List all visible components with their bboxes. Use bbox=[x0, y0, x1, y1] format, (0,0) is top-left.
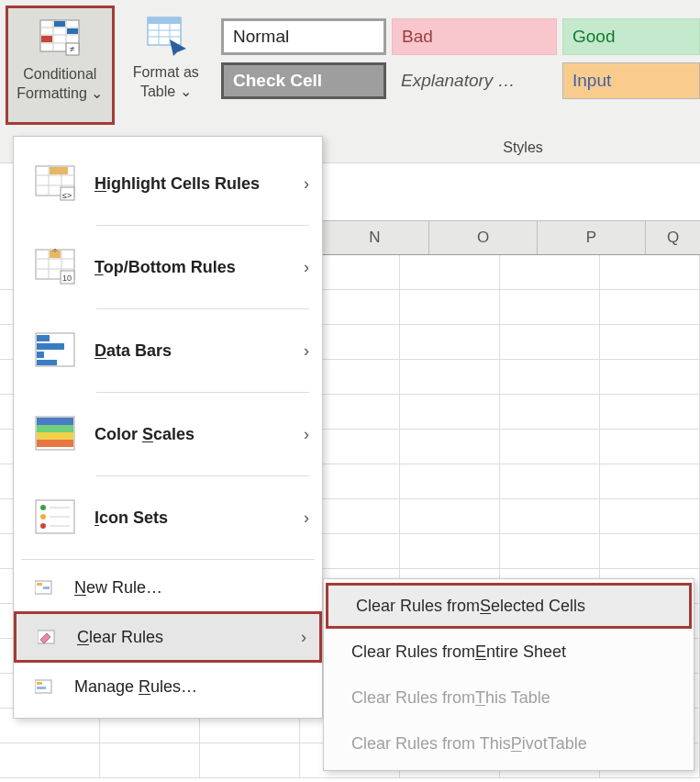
menu-manage-rules[interactable]: Manage Rules… bbox=[14, 663, 322, 710]
icon-sets-icon bbox=[34, 497, 76, 539]
style-check-cell[interactable]: Check Cell bbox=[221, 62, 386, 99]
menu-clear-rules[interactable]: Clear Rules › bbox=[14, 611, 322, 663]
menu-icon-sets[interactable]: Icon Sets › bbox=[14, 480, 322, 555]
top-bottom-icon: 10 bbox=[34, 246, 76, 288]
svg-rect-41 bbox=[37, 432, 73, 440]
menu-label: Icon Sets bbox=[94, 508, 304, 528]
menu-label: Highlight Cells Rules bbox=[94, 174, 304, 194]
svg-rect-12 bbox=[148, 17, 181, 24]
format-as-table-button[interactable]: Format as Table ⌄ bbox=[126, 6, 206, 125]
svg-rect-22 bbox=[50, 167, 68, 174]
menu-separator bbox=[96, 308, 309, 309]
chevron-right-icon: › bbox=[301, 628, 306, 647]
conditional-formatting-label: Conditional Formatting ⌄ bbox=[14, 65, 106, 104]
svg-rect-52 bbox=[43, 586, 50, 589]
menu-label: Manage Rules… bbox=[74, 677, 309, 697]
svg-rect-51 bbox=[37, 583, 42, 586]
submenu-clear-this-table: Clear Rules from This Table bbox=[324, 675, 694, 721]
submenu-clear-this-pivottable: Clear Rules from This PivotTable bbox=[324, 721, 694, 766]
column-headers[interactable]: N O P Q bbox=[321, 220, 700, 255]
svg-rect-56 bbox=[37, 687, 46, 689]
svg-rect-39 bbox=[37, 418, 73, 425]
clear-rules-submenu: Clear Rules from Selected Cells Clear Ru… bbox=[323, 578, 694, 771]
data-bars-icon bbox=[34, 330, 76, 372]
menu-label: New Rule… bbox=[74, 578, 309, 598]
chevron-right-icon: › bbox=[304, 174, 309, 194]
format-as-table-icon bbox=[144, 14, 188, 58]
chevron-down-icon: ⌄ bbox=[180, 84, 192, 99]
conditional-formatting-button[interactable]: ≠ Conditional Formatting ⌄ bbox=[6, 6, 115, 125]
menu-separator bbox=[96, 225, 309, 226]
col-header-Q[interactable]: Q bbox=[646, 221, 700, 254]
menu-separator bbox=[21, 559, 315, 560]
menu-separator bbox=[96, 392, 309, 393]
style-explanatory[interactable]: Explanatory … bbox=[392, 62, 557, 99]
svg-rect-55 bbox=[37, 682, 42, 685]
svg-rect-7 bbox=[41, 36, 52, 42]
col-header-O[interactable]: O bbox=[429, 221, 538, 254]
col-header-P[interactable]: P bbox=[538, 221, 646, 254]
new-rule-icon bbox=[34, 577, 54, 598]
menu-new-rule[interactable]: New Rule… bbox=[14, 564, 322, 611]
chevron-down-icon: ⌄ bbox=[91, 85, 103, 101]
submenu-clear-selected-cells[interactable]: Clear Rules from Selected Cells bbox=[326, 583, 692, 629]
menu-highlight-cells-rules[interactable]: ≤> Highlight Cells Rules › bbox=[14, 146, 322, 221]
svg-rect-34 bbox=[37, 335, 50, 341]
menu-data-bars[interactable]: Data Bars › bbox=[14, 313, 322, 388]
style-good[interactable]: Good bbox=[562, 18, 700, 55]
chevron-right-icon: › bbox=[304, 508, 309, 528]
style-input[interactable]: Input bbox=[562, 62, 700, 99]
menu-label: Top/Bottom Rules bbox=[94, 258, 304, 277]
menu-separator bbox=[96, 475, 309, 476]
menu-label: Data Bars bbox=[94, 341, 304, 361]
svg-rect-40 bbox=[37, 425, 73, 432]
svg-rect-35 bbox=[37, 343, 64, 350]
svg-rect-42 bbox=[37, 440, 73, 447]
menu-label: Color Scales bbox=[94, 425, 304, 444]
chevron-right-icon: › bbox=[304, 341, 309, 361]
svg-text:≠: ≠ bbox=[70, 44, 75, 54]
svg-point-44 bbox=[40, 505, 46, 510]
submenu-clear-entire-sheet[interactable]: Clear Rules from Entire Sheet bbox=[324, 629, 694, 675]
highlight-cells-icon: ≤> bbox=[34, 162, 76, 205]
conditional-formatting-menu: ≤> Highlight Cells Rules › 10 Top/Bottom… bbox=[13, 136, 323, 719]
chevron-right-icon: › bbox=[304, 425, 309, 444]
svg-text:≤>: ≤> bbox=[62, 191, 72, 200]
cell-styles-gallery[interactable]: Normal Bad Good Check Cell Explanatory …… bbox=[221, 18, 700, 99]
svg-rect-8 bbox=[67, 28, 78, 34]
clear-rules-icon bbox=[37, 627, 57, 647]
col-header-N[interactable]: N bbox=[321, 221, 429, 254]
format-as-table-label: Format as Table ⌄ bbox=[132, 63, 200, 102]
style-normal[interactable]: Normal bbox=[221, 18, 386, 55]
svg-rect-36 bbox=[37, 352, 44, 358]
svg-rect-6 bbox=[54, 21, 65, 27]
styles-group-label: Styles bbox=[413, 140, 633, 156]
chevron-right-icon: › bbox=[304, 258, 309, 277]
color-scales-icon bbox=[34, 413, 76, 455]
svg-rect-37 bbox=[37, 360, 57, 365]
menu-color-scales[interactable]: Color Scales › bbox=[14, 397, 322, 472]
conditional-formatting-icon: ≠ bbox=[38, 16, 82, 60]
svg-point-46 bbox=[40, 523, 46, 529]
manage-rules-icon bbox=[34, 676, 54, 697]
menu-top-bottom-rules[interactable]: 10 Top/Bottom Rules › bbox=[14, 229, 322, 305]
menu-label: Clear Rules bbox=[77, 628, 301, 647]
svg-point-45 bbox=[40, 514, 46, 519]
svg-text:10: 10 bbox=[62, 274, 72, 283]
style-bad[interactable]: Bad bbox=[392, 18, 557, 55]
